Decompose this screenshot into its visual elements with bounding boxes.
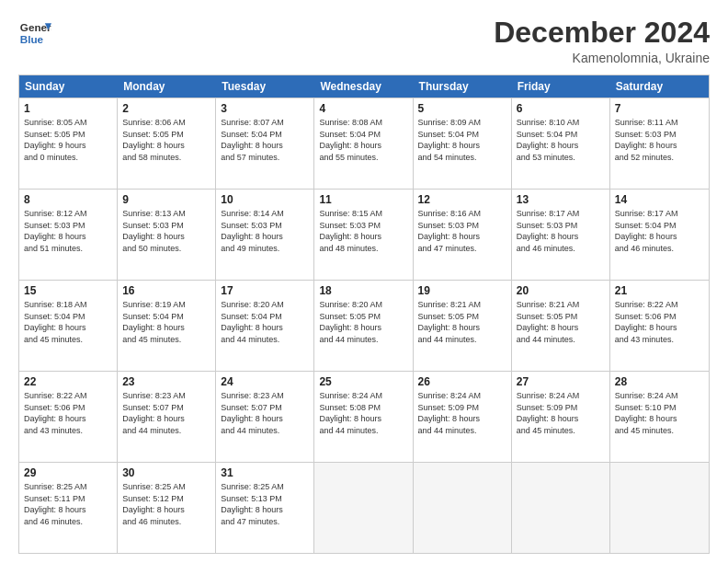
day-info: Sunrise: 8:21 AMSunset: 5:05 PMDaylight:… <box>517 299 605 345</box>
calendar-cell: 13Sunrise: 8:17 AMSunset: 5:03 PMDayligh… <box>512 190 610 280</box>
title-block: December 2024 Kamenolomnia, Ukraine <box>494 17 710 65</box>
day-info: Sunrise: 8:23 AMSunset: 5:07 PMDaylight:… <box>221 390 309 436</box>
calendar-cell: 28Sunrise: 8:24 AMSunset: 5:10 PMDayligh… <box>610 372 709 462</box>
day-number: 29 <box>24 466 112 479</box>
day-number: 22 <box>24 375 112 388</box>
calendar-cell: 11Sunrise: 8:15 AMSunset: 5:03 PMDayligh… <box>314 190 413 280</box>
day-number: 13 <box>517 193 605 206</box>
calendar-week-row: 15Sunrise: 8:18 AMSunset: 5:04 PMDayligh… <box>19 280 709 371</box>
day-number: 2 <box>122 102 210 115</box>
calendar-cell: 8Sunrise: 8:12 AMSunset: 5:03 PMDaylight… <box>19 190 118 280</box>
calendar-cell: 2Sunrise: 8:06 AMSunset: 5:05 PMDaylight… <box>118 98 216 189</box>
logo: General Blue <box>18 17 51 50</box>
day-number: 5 <box>418 102 506 115</box>
day-number: 7 <box>615 102 704 115</box>
day-number: 30 <box>122 466 210 479</box>
calendar-day-header: Thursday <box>414 75 512 98</box>
day-number: 17 <box>221 284 309 297</box>
day-info: Sunrise: 8:20 AMSunset: 5:04 PMDaylight:… <box>221 299 309 345</box>
calendar: SundayMondayTuesdayWednesdayThursdayFrid… <box>18 75 710 554</box>
day-number: 9 <box>122 193 210 206</box>
day-info: Sunrise: 8:08 AMSunset: 5:04 PMDaylight:… <box>319 117 407 163</box>
subtitle: Kamenolomnia, Ukraine <box>494 51 710 65</box>
calendar-cell: 23Sunrise: 8:23 AMSunset: 5:07 PMDayligh… <box>118 372 216 462</box>
day-number: 14 <box>615 193 704 206</box>
header: General Blue December 2024 Kamenolomnia,… <box>18 17 710 65</box>
day-number: 20 <box>517 284 605 297</box>
calendar-body: 1Sunrise: 8:05 AMSunset: 5:05 PMDaylight… <box>19 98 709 553</box>
day-number: 26 <box>418 375 506 388</box>
day-number: 11 <box>319 193 407 206</box>
svg-text:General: General <box>20 21 51 33</box>
calendar-cell: 14Sunrise: 8:17 AMSunset: 5:04 PMDayligh… <box>610 190 709 280</box>
calendar-cell: 17Sunrise: 8:20 AMSunset: 5:04 PMDayligh… <box>216 281 314 371</box>
calendar-header: SundayMondayTuesdayWednesdayThursdayFrid… <box>19 75 709 98</box>
calendar-week-row: 22Sunrise: 8:22 AMSunset: 5:06 PMDayligh… <box>19 371 709 462</box>
day-number: 27 <box>517 375 605 388</box>
day-info: Sunrise: 8:22 AMSunset: 5:06 PMDaylight:… <box>24 390 112 436</box>
calendar-cell <box>314 463 413 553</box>
day-number: 21 <box>615 284 704 297</box>
calendar-cell: 22Sunrise: 8:22 AMSunset: 5:06 PMDayligh… <box>19 372 118 462</box>
day-info: Sunrise: 8:24 AMSunset: 5:09 PMDaylight:… <box>418 390 506 436</box>
calendar-cell: 9Sunrise: 8:13 AMSunset: 5:03 PMDaylight… <box>118 190 216 280</box>
day-info: Sunrise: 8:13 AMSunset: 5:03 PMDaylight:… <box>122 208 210 254</box>
day-number: 12 <box>418 193 506 206</box>
day-info: Sunrise: 8:11 AMSunset: 5:03 PMDaylight:… <box>615 117 704 163</box>
day-info: Sunrise: 8:25 AMSunset: 5:13 PMDaylight:… <box>221 481 309 527</box>
day-info: Sunrise: 8:19 AMSunset: 5:04 PMDaylight:… <box>122 299 210 345</box>
calendar-cell: 1Sunrise: 8:05 AMSunset: 5:05 PMDaylight… <box>19 98 118 189</box>
calendar-cell: 6Sunrise: 8:10 AMSunset: 5:04 PMDaylight… <box>512 98 610 189</box>
calendar-week-row: 8Sunrise: 8:12 AMSunset: 5:03 PMDaylight… <box>19 189 709 280</box>
day-number: 4 <box>319 102 407 115</box>
calendar-cell: 26Sunrise: 8:24 AMSunset: 5:09 PMDayligh… <box>414 372 512 462</box>
calendar-day-header: Friday <box>512 75 610 98</box>
day-info: Sunrise: 8:09 AMSunset: 5:04 PMDaylight:… <box>418 117 506 163</box>
day-number: 16 <box>122 284 210 297</box>
day-info: Sunrise: 8:06 AMSunset: 5:05 PMDaylight:… <box>122 117 210 163</box>
calendar-day-header: Wednesday <box>314 75 413 98</box>
calendar-cell <box>512 463 610 553</box>
calendar-cell: 5Sunrise: 8:09 AMSunset: 5:04 PMDaylight… <box>414 98 512 189</box>
day-info: Sunrise: 8:05 AMSunset: 5:05 PMDaylight:… <box>24 117 112 163</box>
day-number: 15 <box>24 284 112 297</box>
day-number: 24 <box>221 375 309 388</box>
day-info: Sunrise: 8:22 AMSunset: 5:06 PMDaylight:… <box>615 299 704 345</box>
calendar-day-header: Monday <box>118 75 216 98</box>
calendar-cell: 21Sunrise: 8:22 AMSunset: 5:06 PMDayligh… <box>610 281 709 371</box>
page: General Blue December 2024 Kamenolomnia,… <box>0 0 728 563</box>
main-title: December 2024 <box>494 17 710 49</box>
calendar-cell: 12Sunrise: 8:16 AMSunset: 5:03 PMDayligh… <box>414 190 512 280</box>
calendar-cell: 3Sunrise: 8:07 AMSunset: 5:04 PMDaylight… <box>216 98 314 189</box>
day-info: Sunrise: 8:24 AMSunset: 5:08 PMDaylight:… <box>319 390 407 436</box>
day-number: 19 <box>418 284 506 297</box>
day-number: 25 <box>319 375 407 388</box>
calendar-cell: 16Sunrise: 8:19 AMSunset: 5:04 PMDayligh… <box>118 281 216 371</box>
calendar-cell: 25Sunrise: 8:24 AMSunset: 5:08 PMDayligh… <box>314 372 413 462</box>
day-info: Sunrise: 8:21 AMSunset: 5:05 PMDaylight:… <box>418 299 506 345</box>
calendar-cell: 31Sunrise: 8:25 AMSunset: 5:13 PMDayligh… <box>216 463 314 553</box>
day-info: Sunrise: 8:20 AMSunset: 5:05 PMDaylight:… <box>319 299 407 345</box>
day-number: 23 <box>122 375 210 388</box>
day-info: Sunrise: 8:07 AMSunset: 5:04 PMDaylight:… <box>221 117 309 163</box>
calendar-cell <box>610 463 709 553</box>
calendar-cell: 24Sunrise: 8:23 AMSunset: 5:07 PMDayligh… <box>216 372 314 462</box>
calendar-cell: 27Sunrise: 8:24 AMSunset: 5:09 PMDayligh… <box>512 372 610 462</box>
calendar-cell: 19Sunrise: 8:21 AMSunset: 5:05 PMDayligh… <box>414 281 512 371</box>
calendar-cell: 15Sunrise: 8:18 AMSunset: 5:04 PMDayligh… <box>19 281 118 371</box>
calendar-cell <box>414 463 512 553</box>
calendar-cell: 18Sunrise: 8:20 AMSunset: 5:05 PMDayligh… <box>314 281 413 371</box>
day-number: 18 <box>319 284 407 297</box>
calendar-week-row: 1Sunrise: 8:05 AMSunset: 5:05 PMDaylight… <box>19 98 709 189</box>
day-number: 31 <box>221 466 309 479</box>
calendar-cell: 29Sunrise: 8:25 AMSunset: 5:11 PMDayligh… <box>19 463 118 553</box>
day-number: 6 <box>517 102 605 115</box>
day-number: 10 <box>221 193 309 206</box>
day-info: Sunrise: 8:25 AMSunset: 5:12 PMDaylight:… <box>122 481 210 527</box>
day-info: Sunrise: 8:12 AMSunset: 5:03 PMDaylight:… <box>24 208 112 254</box>
day-info: Sunrise: 8:17 AMSunset: 5:04 PMDaylight:… <box>615 208 704 254</box>
calendar-day-header: Sunday <box>19 75 118 98</box>
svg-text:Blue: Blue <box>20 33 44 45</box>
day-info: Sunrise: 8:25 AMSunset: 5:11 PMDaylight:… <box>24 481 112 527</box>
day-number: 3 <box>221 102 309 115</box>
